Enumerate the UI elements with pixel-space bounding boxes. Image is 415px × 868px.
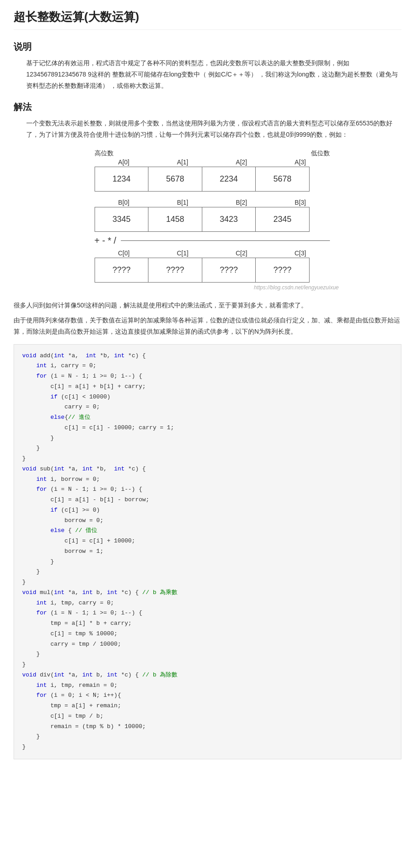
c3-cell: ???? [255, 258, 310, 283]
a2-cell: 2234 [202, 167, 256, 192]
b3-label: B[3] [273, 199, 328, 206]
code-line: void mul(int *a, int b, int *c) { // b 為… [22, 588, 393, 598]
code-line: } [22, 433, 393, 444]
a1-cell: 5678 [148, 167, 202, 192]
code-line: c[i] = a[i] + b[i] + carry; [22, 382, 393, 392]
array-a-label-row: A[0] A[1] A[2] A[3] [95, 158, 330, 166]
low-label: 低位数 [311, 149, 330, 158]
code-line: int i, borrow = 0; [22, 475, 393, 485]
high-label: 高位数 [95, 149, 114, 158]
a2-label: A[2] [215, 158, 269, 166]
body-text-2: 由于使用阵列来储存数值，关于数值在运算时的加减乘除等各种运算，位数的进位或借位就… [14, 315, 401, 337]
body-text-1: 很多人问到如何计算像50!这样的问题，解法就是使用程式中的乘法函式，至于要算到多… [14, 300, 401, 311]
code-line: carry = tmp / 10000; [22, 639, 393, 650]
code-line: } [22, 567, 393, 577]
code-line: } [22, 732, 393, 742]
code-line: void sub(int *a, int *b, int *c) { [22, 464, 393, 475]
code-line: int i, tmp, carry = 0; [22, 598, 393, 609]
code-line: } [22, 557, 393, 567]
array-a-row: 1234 5678 2234 5678 [95, 167, 330, 192]
operator-line: + - * / [95, 235, 330, 246]
code-line: } [22, 649, 393, 660]
code-line: } [22, 577, 393, 588]
code-line: tmp = a[i] + remain; [22, 701, 393, 711]
code-line: } [22, 454, 393, 464]
c0-cell: ???? [95, 258, 149, 283]
source-url: https://blog.csdn.net/lengyuezuixue [76, 284, 339, 291]
code-line: if (c[i] < 10000) [22, 392, 393, 403]
code-line: c[i] = tmp % 10000; [22, 629, 393, 639]
a3-label: A[3] [273, 158, 328, 166]
operators: + - * / [95, 235, 116, 246]
code-line: carry = 0; [22, 402, 393, 412]
code-line: for (i = N - 1; i >= 0; i--) { [22, 608, 393, 619]
code-line: remain = (tmp % b) * 10000; [22, 722, 393, 732]
page-title: 超长整数运算(大数运算) [14, 9, 401, 30]
a0-cell: 1234 [95, 167, 149, 192]
code-line: } [22, 660, 393, 670]
c2-label: C[2] [215, 249, 269, 257]
b1-label: B[1] [156, 199, 210, 206]
code-line: else { // 借位 [22, 526, 393, 536]
c2-cell: ???? [202, 258, 256, 283]
intro-heading: 说明 [14, 41, 401, 53]
code-line: c[i] = c[i] - 10000; carry = 1; [22, 423, 393, 433]
code-line: for (i = N - 1; i >= 0; i--) { [22, 484, 393, 495]
code-line: void div(int *a, int b, int *c) { // b 為… [22, 670, 393, 681]
a0-label: A[0] [97, 158, 151, 166]
code-line: borrow = 1; [22, 547, 393, 557]
array-b-row: 3345 1458 3423 2345 [95, 207, 330, 232]
code-line: tmp = a[i] * b + carry; [22, 619, 393, 629]
code-line: for (i = N - 1; i >= 0; i--) { [22, 371, 393, 382]
code-line: borrow = 0; [22, 516, 393, 526]
solution-heading: 解法 [14, 101, 401, 113]
code-line: int i, carry = 0; [22, 361, 393, 371]
b2-label: B[2] [215, 199, 269, 206]
operator-divider [121, 240, 330, 241]
a1-label: A[1] [156, 158, 210, 166]
code-line: c[i] = a[i] - b[i] - borrow; [22, 495, 393, 505]
code-line: c[i] = tmp / b; [22, 711, 393, 722]
c0-label: C[0] [97, 249, 151, 257]
b1-cell: 1458 [148, 207, 202, 232]
b3-cell: 2345 [255, 207, 310, 232]
a3-cell: 5678 [255, 167, 310, 192]
array-c-label-row: C[0] C[1] C[2] C[3] [95, 249, 330, 257]
code-line: else{// 進位 [22, 412, 393, 423]
diagram-area: 高位数 低位数 A[0] A[1] A[2] A[3] 1234 5678 22… [76, 149, 339, 291]
code-line: int i, tmp, remain = 0; [22, 681, 393, 691]
b0-label: B[0] [97, 199, 151, 206]
code-line: if (c[i] >= 0) [22, 505, 393, 516]
array-c-row: ???? ???? ???? ???? [95, 258, 330, 283]
code-line: c[i] = c[i] + 10000; [22, 536, 393, 547]
code-line: void add(int *a, int *b, int *c) { [22, 351, 393, 361]
c1-label: C[1] [156, 249, 210, 257]
code-line: for (i = 0; i < N; i++){ [22, 691, 393, 701]
c1-cell: ???? [148, 258, 202, 283]
code-block: void add(int *a, int *b, int *c) { int i… [14, 344, 401, 759]
array-b-label-row: B[0] B[1] B[2] B[3] [95, 199, 330, 206]
b2-cell: 3423 [202, 207, 256, 232]
solution-text: 一个变数无法表示超长整数，则就使用多个变数，当然这使用阵列最为方便，假设程式语言… [26, 118, 401, 140]
c3-label: C[3] [273, 249, 328, 257]
high-low-row: 高位数 低位数 [95, 149, 330, 158]
code-line: } [22, 443, 393, 454]
intro-text: 基于记忆体的有效运用，程式语言中规定了各种不同的资料型态，也因此变数所可以表达的… [26, 58, 401, 92]
b0-cell: 3345 [95, 207, 149, 232]
code-line: } [22, 742, 393, 753]
